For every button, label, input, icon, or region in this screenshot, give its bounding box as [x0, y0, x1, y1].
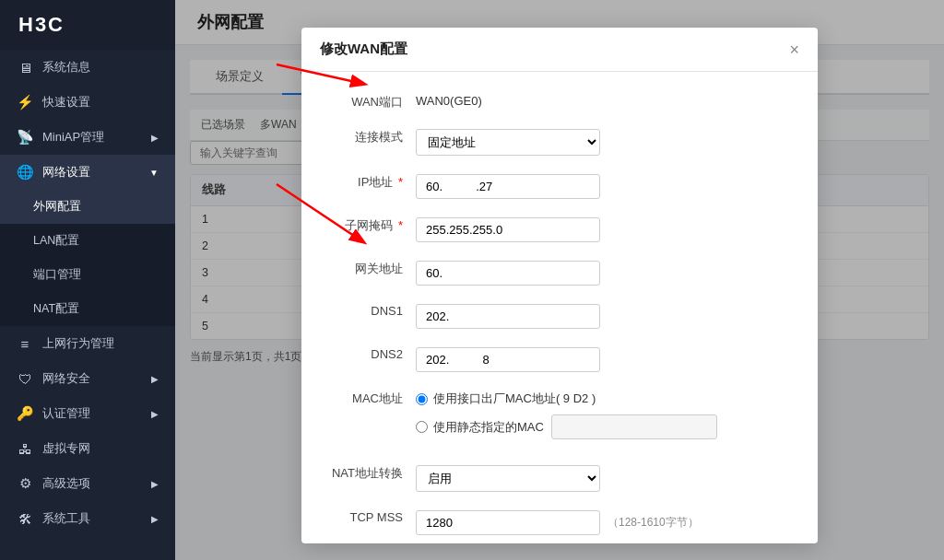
- logo-text: H3C: [18, 13, 65, 37]
- form-row-dns2: DNS2: [324, 342, 796, 372]
- mac-static-radio[interactable]: [416, 421, 428, 433]
- ip-field: [416, 169, 796, 199]
- globe-icon: 🌐: [17, 164, 33, 181]
- modal-body: WAN端口 WAN0(GE0) 连接模式 固定地址 DHCP PPPoE: [301, 72, 818, 543]
- modal-close-button[interactable]: ×: [789, 41, 799, 58]
- wan-port-value: WAN0(GE0): [416, 88, 796, 108]
- form-row-conn-mode: 连接模式 固定地址 DHCP PPPoE: [324, 123, 796, 156]
- sidebar-item-auth-mgmt[interactable]: 🔑 认证管理 ▶: [0, 396, 175, 431]
- sidebar-label-nat-config: NAT配置: [33, 301, 79, 317]
- subnet-label: 子网掩码 *: [324, 212, 416, 234]
- form-row-tcp-mss: TCP MSS （128-1610字节）: [324, 505, 796, 535]
- sidebar-item-system-tools[interactable]: 🛠 系统工具 ▶: [0, 501, 175, 536]
- mac-static-label: 使用静态指定的MAC: [433, 419, 544, 436]
- sidebar-item-port-mgmt[interactable]: 端口管理: [0, 258, 175, 292]
- sidebar-label-network-settings: 网络设置: [42, 164, 90, 181]
- sidebar-label-system-tools: 系统工具: [42, 510, 90, 527]
- sidebar-item-lan-config[interactable]: LAN配置: [0, 224, 175, 258]
- modal-header: 修改WAN配置 ×: [301, 28, 818, 72]
- sidebar-label-advanced: 高级选项: [42, 475, 90, 492]
- subnet-input[interactable]: [416, 217, 600, 242]
- gateway-input[interactable]: [416, 261, 600, 286]
- sidebar-label-lan-config: LAN配置: [33, 233, 79, 249]
- tcp-mss-field: （128-1610字节）: [416, 505, 796, 535]
- sidebar-label-miniap: MiniAP管理: [42, 129, 104, 146]
- mac-static-row: 使用静态指定的MAC: [416, 414, 796, 439]
- subnet-required-mark: *: [398, 218, 403, 232]
- sidebar-item-internet-mgmt[interactable]: ≡ 上网行为管理: [0, 326, 175, 361]
- monitor-icon: 🖥: [17, 60, 33, 76]
- mac-static-input[interactable]: [551, 414, 717, 439]
- form-row-gateway: 网关地址: [324, 255, 796, 286]
- mac-factory-row: 使用接口出厂MAC地址( 9 D2 ): [416, 391, 796, 407]
- sidebar-label-network-security: 网络安全: [42, 370, 90, 387]
- sidebar-label-port-mgmt: 端口管理: [33, 267, 81, 283]
- nat-select[interactable]: 启用 未启用: [416, 465, 600, 492]
- gear-icon: ⚙: [17, 475, 33, 492]
- dns2-label: DNS2: [324, 342, 416, 361]
- shield-icon: 🛡: [17, 371, 33, 387]
- mac-factory-label: 使用接口出厂MAC地址( 9 D2 ): [433, 391, 596, 407]
- dns2-field: [416, 342, 796, 372]
- form-row-ip: IP地址 *: [324, 169, 796, 199]
- chevron-right-icon-5: ▶: [151, 514, 159, 524]
- sidebar-label-system-info: 系统信息: [42, 59, 90, 76]
- sidebar-item-network-security[interactable]: 🛡 网络安全 ▶: [0, 361, 175, 396]
- conn-mode-select[interactable]: 固定地址 DHCP PPPoE: [416, 129, 600, 156]
- dns1-label: DNS1: [324, 298, 416, 318]
- ip-input[interactable]: [416, 174, 600, 199]
- wan-port-label: WAN端口: [324, 88, 416, 111]
- lightning-icon: ⚡: [17, 94, 33, 111]
- chevron-down-icon: ▼: [149, 168, 159, 178]
- sidebar-label-wan-config: 外网配置: [33, 199, 81, 215]
- chevron-right-icon-2: ▶: [151, 374, 159, 384]
- ip-required-mark: *: [398, 175, 403, 189]
- form-row-dns1: DNS1: [324, 298, 796, 329]
- gateway-label: 网关地址: [324, 255, 416, 277]
- sidebar-item-wan-config[interactable]: 外网配置: [0, 190, 175, 224]
- chevron-right-icon-3: ▶: [151, 409, 159, 419]
- sidebar-label-vpn: 虚拟专网: [42, 440, 90, 457]
- mac-label: MAC地址: [324, 385, 416, 407]
- sidebar: H3C 🖥 系统信息 ⚡ 快速设置 📡 MiniAP管理 ▶ 🌐 网络设置 ▼ …: [0, 0, 175, 560]
- conn-mode-field: 固定地址 DHCP PPPoE: [416, 123, 796, 156]
- sidebar-item-system-info[interactable]: 🖥 系统信息: [0, 50, 175, 85]
- modal-title: 修改WAN配置: [320, 41, 407, 58]
- list-icon: ≡: [17, 336, 33, 352]
- tools-icon: 🛠: [17, 511, 33, 527]
- sidebar-item-network-settings[interactable]: 🌐 网络设置 ▼: [0, 155, 175, 190]
- nat-label: NAT地址转换: [324, 460, 416, 482]
- form-row-wan-port: WAN端口 WAN0(GE0): [324, 88, 796, 111]
- sidebar-logo: H3C: [0, 0, 175, 50]
- form-row-nat: NAT地址转换 启用 未启用: [324, 460, 796, 492]
- sidebar-item-nat-config[interactable]: NAT配置: [0, 292, 175, 326]
- chevron-right-icon-4: ▶: [151, 479, 159, 489]
- link-icon: 🖧: [17, 441, 33, 457]
- nat-field: 启用 未启用: [416, 460, 796, 492]
- conn-mode-label: 连接模式: [324, 123, 416, 146]
- form-row-mac: MAC地址 使用接口出厂MAC地址( 9 D2 ) 使用静态指定的MAC: [324, 385, 796, 447]
- mac-field: 使用接口出厂MAC地址( 9 D2 ) 使用静态指定的MAC: [416, 385, 796, 447]
- gateway-field: [416, 255, 796, 286]
- sidebar-item-miniap[interactable]: 📡 MiniAP管理 ▶: [0, 120, 175, 155]
- chevron-right-icon: ▶: [151, 133, 159, 143]
- sidebar-item-advanced[interactable]: ⚙ 高级选项 ▶: [0, 466, 175, 501]
- sidebar-label-auth-mgmt: 认证管理: [42, 405, 90, 422]
- mac-factory-radio[interactable]: [416, 393, 428, 405]
- form-row-subnet: 子网掩码 *: [324, 212, 796, 242]
- modal-overlay: 修改WAN配置 × WAN端口 WAN0(GE0) 连接模式 固定地址 DHCP: [175, 0, 944, 560]
- main-content: 外网配置 场景定义 WAN配置 已选场景 多WAN 线路: [175, 0, 944, 560]
- tcp-mss-hint: （128-1610字节）: [608, 515, 699, 531]
- sidebar-item-quick-setup[interactable]: ⚡ 快速设置: [0, 85, 175, 120]
- dns1-input[interactable]: [416, 304, 600, 329]
- subnet-field: [416, 212, 796, 242]
- sidebar-label-internet-mgmt: 上网行为管理: [42, 335, 114, 352]
- sidebar-item-vpn[interactable]: 🖧 虚拟专网: [0, 431, 175, 466]
- ip-label: IP地址 *: [324, 169, 416, 191]
- key-icon: 🔑: [17, 405, 33, 422]
- dns2-input[interactable]: [416, 347, 600, 372]
- sidebar-label-quick-setup: 快速设置: [42, 94, 90, 111]
- edit-wan-modal: 修改WAN配置 × WAN端口 WAN0(GE0) 连接模式 固定地址 DHCP: [301, 28, 818, 543]
- tcp-mss-input[interactable]: [416, 510, 600, 535]
- wifi-icon: 📡: [17, 129, 33, 146]
